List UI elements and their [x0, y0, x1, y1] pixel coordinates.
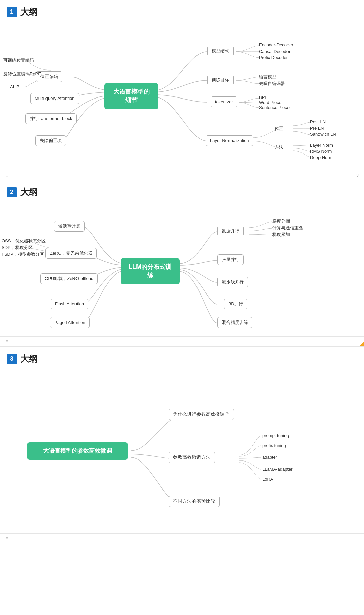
node-pre-ln: Pre LN: [310, 125, 324, 131]
node-gradient-bucket: 梯度分桶: [272, 218, 290, 224]
node-trainable-pe: 可训练位置编码: [3, 57, 34, 63]
node-denoising-autoencoder: 去噪自编码器: [259, 81, 285, 87]
node-sandwich-ln: Sandwich LN: [310, 132, 336, 137]
node-tensor-parallel: 张量并行: [217, 254, 244, 265]
node-mixed-precision: 混合精度训练: [217, 317, 252, 328]
node-model-structure: 模型结构: [207, 46, 234, 56]
node-layer-norm: Layer Normalization: [206, 135, 253, 146]
node-3d-parallel: 3D并行: [224, 299, 247, 309]
node-pipeline-parallel: 流水线并行: [217, 277, 248, 287]
section-2-header: 2 大纲: [0, 180, 364, 201]
node-rope: 旋转位置编码RoPE: [3, 71, 41, 77]
section-3-title: 大纲: [20, 353, 38, 365]
node-paged-attention: Paged Attention: [50, 317, 90, 328]
section-2-title: 大纲: [20, 186, 38, 198]
node-why-peft: 为什么进行参数高效微调？: [169, 409, 234, 420]
node-llama-adapter: LLaMA-adapter: [262, 467, 293, 472]
node-causal-decoder: Causal Decoder: [259, 49, 290, 54]
section-1-header: 1 大纲: [0, 0, 364, 21]
footer-icon-3: ⊞: [5, 536, 9, 541]
section-1: 1 大纲: [0, 0, 364, 180]
mindmap-3: 大语言模型的参数高效微调 为什么进行参数高效微调？ 参数高效微调方法 promp…: [0, 368, 364, 530]
node-peft-methods: 参数高效微调方法: [169, 452, 215, 463]
node-multi-query: Multi-query Attention: [30, 93, 79, 104]
node-activation-recompute: 激活重计算: [54, 221, 85, 232]
page-number-1: 3: [356, 173, 359, 178]
node-language-model: 语言模型: [259, 74, 276, 80]
orange-corner-2: [359, 342, 364, 346]
node-gradient-accumulate: 梯度累加: [272, 232, 290, 238]
node-data-parallel: 数据并行: [217, 226, 244, 236]
node-experiment-compare: 不同方法的实验比较: [169, 496, 220, 507]
node-flash-attention: Flash Attention: [51, 299, 88, 309]
node-sentence-piece: Sentence Piece: [259, 105, 290, 110]
section-3-number: 3: [7, 354, 17, 364]
node-word-piece: Word Piece: [259, 100, 281, 105]
node-bpe: BPE: [259, 95, 268, 100]
section-1-number: 1: [7, 7, 17, 17]
center-node-3: 大语言模型的参数高效微调: [27, 442, 128, 460]
node-layer-norm-method: Layer Norm: [310, 143, 333, 148]
node-deep-norm: Deep Norm: [310, 155, 332, 160]
node-training-target: 训练目标: [207, 75, 234, 85]
mindmap-1: 大语言模型的细节 位置编码 可训练位置编码 旋转位置编码RoPE ALiBi M…: [0, 21, 364, 166]
center-node-2: LLM的分布式训练: [121, 258, 180, 284]
footer-icon-1: ⊞: [5, 173, 9, 177]
node-encoder-decoder: Encoder-Decoder: [259, 42, 293, 47]
section-3: 3 大纲 大语言模型的参数高效微调 为什么进行参数高效微调？ 参数高效微调方法: [0, 347, 364, 543]
section-2-number: 2: [7, 187, 17, 197]
node-fsdp: FSDP，模型参数分区: [2, 251, 44, 257]
footer-icon-2: ⊞: [5, 339, 9, 344]
node-oss: OSS，优化器状态分区: [2, 238, 46, 244]
node-rms-norm: RMS Norm: [310, 149, 332, 154]
node-prompt-tuning: prompt tuning: [262, 433, 289, 438]
node-alibi: ALiBi: [10, 84, 20, 89]
node-lora: LoRA: [262, 477, 273, 482]
node-compute-comm-overlap: 计算与通信重叠: [272, 225, 303, 231]
node-prefix-decoder: Prefix Decoder: [259, 55, 288, 60]
section-1-title: 大纲: [20, 6, 38, 18]
section-1-footer: ⊞ 3: [0, 170, 364, 180]
node-post-ln: Post LN: [310, 119, 326, 124]
section-3-header: 3 大纲: [0, 347, 364, 368]
node-remove-bias: 去除偏置项: [35, 135, 66, 146]
section-2: 2 大纲: [0, 180, 364, 346]
node-prefix-tuning: prefix tuning: [262, 443, 286, 448]
node-position-label: 位置: [275, 125, 283, 132]
node-cpu-offload: CPU卸载，ZeRO-offload: [40, 273, 98, 284]
mindmap-2: LLM的分布式训练 激活重计算 ZeRO，零冗余优化器 OSS，优化器状态分区 …: [0, 201, 364, 333]
center-node-1: 大语言模型的细节: [104, 83, 158, 109]
node-parallel-transformer: 并行transformer block: [25, 113, 77, 124]
node-sdp: SDP，梯度分区: [2, 245, 33, 251]
node-method-label: 方法: [275, 144, 283, 150]
node-tokenizer: tokenizer: [211, 96, 237, 107]
node-adapter: adapter: [262, 455, 277, 460]
section-2-footer: ⊞: [0, 336, 364, 346]
node-zero: ZeRO，零冗余优化器: [46, 248, 97, 259]
section-3-footer: ⊞: [0, 533, 364, 543]
